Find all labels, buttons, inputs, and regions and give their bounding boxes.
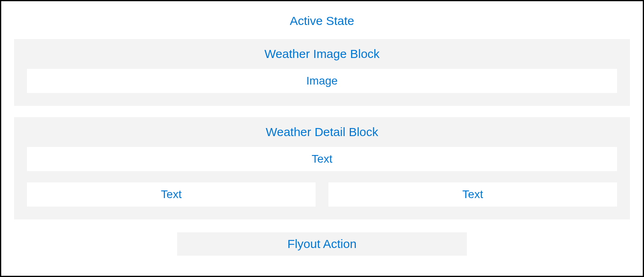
weather-image-block: Weather Image Block Image xyxy=(14,39,630,106)
text-slot-right: Text xyxy=(328,182,617,207)
weather-detail-block-title: Weather Detail Block xyxy=(266,125,378,139)
text-slot-full: Text xyxy=(27,147,617,171)
image-slot: Image xyxy=(27,69,617,93)
flyout-action[interactable]: Flyout Action xyxy=(177,232,467,256)
text-slot-row: Text Text xyxy=(27,182,617,207)
weather-detail-block: Weather Detail Block Text Text Text xyxy=(14,117,630,219)
page-title: Active State xyxy=(290,14,354,28)
text-slot-left: Text xyxy=(27,182,316,207)
active-state-frame: Active State Weather Image Block Image W… xyxy=(0,0,644,277)
weather-image-block-title: Weather Image Block xyxy=(264,47,380,61)
